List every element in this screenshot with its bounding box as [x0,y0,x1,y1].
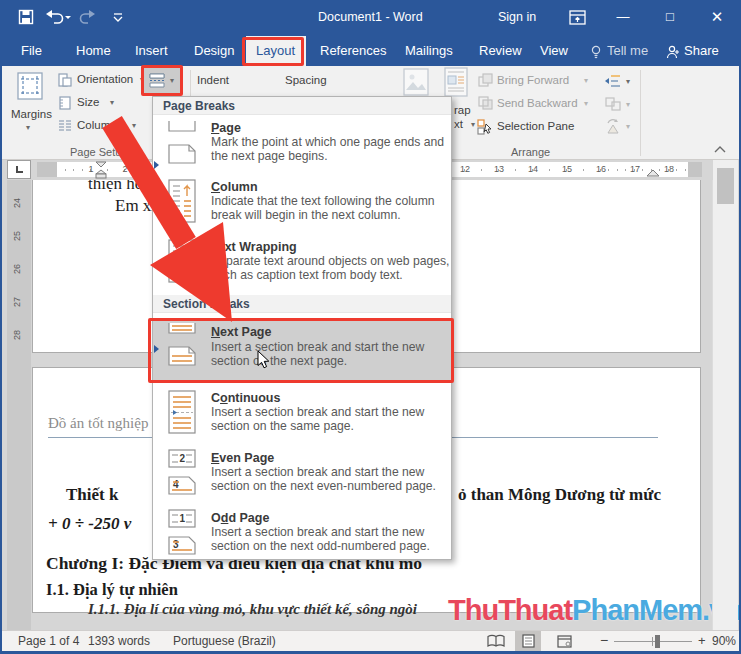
read-mode-button[interactable] [483,631,509,651]
zoom-slider-center-notch [652,637,653,646]
menu-item-odd-page-break[interactable]: 1 3 Odd Page Insert a section break and … [153,507,451,565]
watermark-red-part: ThuThuat [448,594,572,626]
indent-markers[interactable] [93,161,109,179]
read-mode-icon [487,634,505,648]
tab-view[interactable]: View [540,43,568,58]
left-tab-icon [16,166,23,173]
ribbon-display-options-button[interactable] [569,10,586,25]
arrange-group-label: Arrange [511,146,550,158]
scrollbar-thumb[interactable] [717,168,734,204]
tab-home[interactable]: Home [76,43,111,58]
lightbulb-icon [590,45,602,59]
h-ruler-number: 13 [494,164,504,174]
wrap-text-label-fragment-2: xt [454,118,463,130]
doc-title-fragment-left: Thiết k [66,485,118,505]
group-button[interactable] [605,97,621,111]
undo-button[interactable] [45,9,71,25]
tab-selector[interactable] [7,160,31,179]
chevron-down-icon: ▾ [626,77,630,86]
column-break-icon [164,178,200,224]
tab-review[interactable]: Review [479,43,522,58]
align-button[interactable] [605,74,621,88]
tab-share[interactable]: Share [684,43,719,58]
margins-button[interactable]: Margins ▾ [8,68,52,148]
v-ruler-number: 26 [12,264,22,274]
menu-item-text-wrapping-break[interactable]: Text Wrapping Separate text around objec… [153,236,451,294]
page-break-icon [164,119,200,165]
tab-file[interactable]: File [21,43,42,58]
chevron-down-icon: ▾ [471,120,475,129]
selection-pane-icon [477,119,493,135]
menu-item-column-break[interactable]: Column Indicate that the text following … [153,176,451,234]
v-ruler-number: 28 [12,330,22,340]
selected-marker-icon [154,161,159,169]
chevron-down-icon: ▾ [110,98,114,107]
word-count[interactable]: 1393 words [88,634,150,648]
spacing-label: Spacing [285,74,327,86]
orientation-label: Orientation [77,73,133,85]
menu-item-page-break[interactable]: Page Mark the point at which one page en… [153,117,451,175]
language-indicator[interactable]: Portuguese (Brazil) [173,634,276,648]
svg-text:4: 4 [173,479,179,490]
zoom-slider-track[interactable] [614,641,692,642]
zoom-out-button[interactable]: − [600,632,608,648]
rotate-button[interactable] [605,119,621,134]
tab-insert[interactable]: Insert [135,43,168,58]
columns-icon [58,120,72,132]
window-title: Document1 - Word [318,10,423,24]
tab-references[interactable]: References [320,43,386,58]
page-indicator[interactable]: Page 1 of 4 [18,634,79,648]
size-button[interactable]: Size ▾ [58,95,150,113]
wrap-text-button[interactable] [441,66,471,98]
chevron-down-icon: ▾ [26,123,30,132]
vertical-scrollbar[interactable] [712,160,738,630]
web-layout-icon [557,635,572,648]
subsection-heading: I.1.1. Địa lí của vùng mỏ, khu vực thiết… [88,601,417,618]
title-bar: Document1 - Word Sign in — □ ✕ [0,0,741,36]
text-wrapping-break-icon [164,238,200,284]
bring-forward-button[interactable]: Bring Forward ▾ [478,73,596,90]
zoom-level[interactable]: 90% [712,634,736,648]
section-heading: I.1. Địa lý tự nhiên [46,580,178,600]
doc-title-fragment-right: ỏ than Mông Dương từ mức [458,485,661,505]
h-ruler-number: 2 [122,164,127,174]
size-label: Size [77,96,99,108]
vertical-ruler[interactable]: 24 25 26 27 28 [7,180,31,630]
print-layout-icon [522,634,535,648]
selection-pane-label: Selection Pane [497,120,574,132]
print-layout-button[interactable] [515,631,541,651]
even-page-break-icon: 2 4 [164,449,200,495]
chevron-down-icon: ▾ [626,100,630,109]
chevron-down-icon: ▾ [132,121,136,130]
right-indent-marker[interactable] [646,169,660,178]
columns-button[interactable]: Columns ▾ [58,118,150,136]
maximize-button[interactable]: □ [650,0,690,36]
continuous-break-icon [164,389,200,435]
send-backward-button[interactable]: Send Backward ▾ [478,96,596,113]
tab-mailings[interactable]: Mailings [405,43,453,58]
send-backward-label: Send Backward [497,97,578,109]
ribbon-tab-row: File Home Insert Design Layout Reference… [0,36,741,66]
margins-icon [17,72,43,100]
size-icon [58,96,72,110]
position-button[interactable] [401,66,431,98]
h-ruler-number: 15 [562,164,572,174]
close-button[interactable]: ✕ [697,0,737,36]
save-icon[interactable] [18,9,34,25]
page-header-text: Đồ án tốt nghiệp [48,415,148,431]
redo-button[interactable] [78,9,96,25]
zoom-in-button[interactable]: + [698,633,706,648]
minimize-button[interactable]: — [603,0,643,36]
collapse-ribbon-button[interactable] [714,145,726,153]
customize-qat-button[interactable] [112,9,124,25]
zoom-slider-thumb[interactable] [655,635,660,648]
word-window: Document1 - Word Sign in — □ ✕ File Home… [0,0,741,654]
menu-item-even-page-break[interactable]: 2 4 Even Page Insert a section break and… [153,447,451,505]
tab-design[interactable]: Design [194,43,234,58]
web-layout-button[interactable] [551,631,577,651]
menu-item-continuous-break[interactable]: Continuous Insert a section break and st… [153,387,451,445]
tab-tell-me[interactable]: Tell me [607,43,648,58]
orientation-button[interactable]: Orientation ▾ [58,72,150,90]
selection-pane-button[interactable]: Selection Pane [477,119,595,136]
sign-in-link[interactable]: Sign in [498,10,536,24]
